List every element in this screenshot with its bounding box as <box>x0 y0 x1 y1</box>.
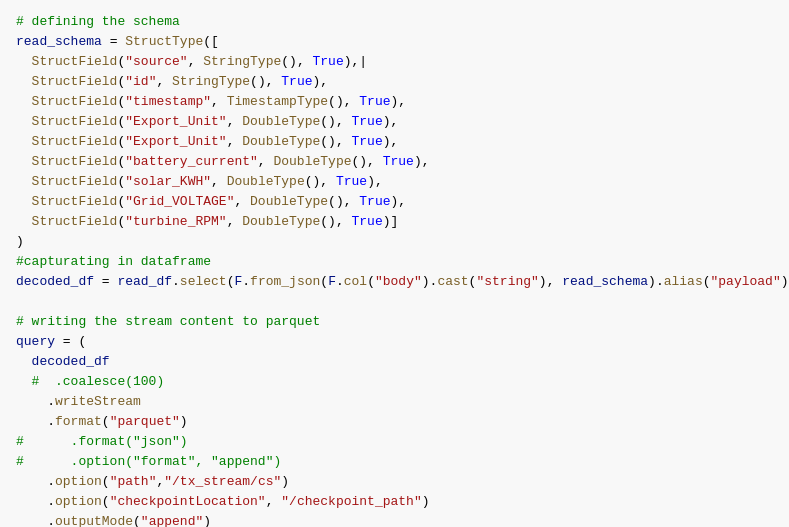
code-segment: True <box>359 92 390 112</box>
code-segment: (), <box>320 212 351 232</box>
code-segment: )] <box>383 212 399 232</box>
code-segment: , <box>227 132 243 152</box>
code-segment: outputMode <box>55 512 133 527</box>
code-segment: "turbine_RPM" <box>125 212 226 232</box>
code-line: StructField("Export_Unit", DoubleType(),… <box>16 112 773 132</box>
code-segment: , <box>156 72 172 92</box>
code-segment: ( <box>703 272 711 292</box>
code-segment: DoubleType <box>227 172 305 192</box>
code-segment: ( <box>117 192 125 212</box>
code-segment: ( <box>117 52 125 72</box>
code-content: # defining the schemaread_schema = Struc… <box>0 8 789 527</box>
code-line: decoded_df = read_df.select(F.from_json(… <box>16 272 773 292</box>
code-segment: StructType <box>125 32 203 52</box>
code-segment: "checkpointLocation" <box>110 492 266 512</box>
code-segment: , <box>258 152 274 172</box>
code-segment: ( <box>117 112 125 132</box>
code-segment: . <box>16 492 55 512</box>
code-segment: # .coalesce(100) <box>16 372 164 392</box>
code-segment: StructField <box>16 152 117 172</box>
code-segment: StructField <box>16 112 117 132</box>
code-segment: . <box>16 472 55 492</box>
code-segment: "parquet" <box>110 412 180 432</box>
code-line: StructField("Export_Unit", DoubleType(),… <box>16 132 773 152</box>
code-segment: option <box>55 472 102 492</box>
code-segment: StructField <box>16 52 117 72</box>
code-segment: ( <box>102 412 110 432</box>
code-segment: from_json <box>250 272 320 292</box>
code-segment: (), <box>328 92 359 112</box>
code-segment: ), <box>383 112 399 132</box>
code-line: StructField("solar_KWH", DoubleType(), T… <box>16 172 773 192</box>
code-segment: StructField <box>16 212 117 232</box>
code-line: .format("parquet") <box>16 412 773 432</box>
code-segment: "Export_Unit" <box>125 112 226 132</box>
code-segment: alias <box>664 272 703 292</box>
code-segment: . <box>172 272 180 292</box>
code-segment: , <box>234 192 250 212</box>
code-segment: ( <box>102 472 110 492</box>
code-segment: # defining the schema <box>16 12 180 32</box>
code-segment: True <box>352 112 383 132</box>
code-segment: "payload" <box>711 272 781 292</box>
code-segment: ). <box>422 272 438 292</box>
code-segment: True <box>383 152 414 172</box>
code-segment: ( <box>133 512 141 527</box>
code-segment: format <box>55 412 102 432</box>
code-segment: , <box>211 172 227 192</box>
code-segment: "id" <box>125 72 156 92</box>
code-line: # defining the schema <box>16 12 773 32</box>
code-segment: StringType <box>203 52 281 72</box>
code-segment: "Export_Unit" <box>125 132 226 152</box>
code-segment: "solar_KWH" <box>125 172 211 192</box>
code-line: StructField("turbine_RPM", DoubleType(),… <box>16 212 773 232</box>
code-segment: True <box>281 72 312 92</box>
code-segment: StructField <box>16 172 117 192</box>
code-segment: decoded_df <box>16 352 110 372</box>
code-segment: "Grid_VOLTAGE" <box>125 192 234 212</box>
code-editor: # defining the schemaread_schema = Struc… <box>0 0 789 527</box>
code-line: .option("path","/tx_stream/cs") <box>16 472 773 492</box>
code-segment: query <box>16 332 55 352</box>
code-segment: , <box>227 212 243 232</box>
code-segment: #capturating in dataframe <box>16 252 211 272</box>
code-line: read_schema = StructType([ <box>16 32 773 52</box>
code-segment: StructField <box>16 92 117 112</box>
code-segment: DoubleType <box>242 132 320 152</box>
code-segment: , <box>156 472 164 492</box>
code-segment: = <box>102 32 125 52</box>
code-segment: TimestampType <box>227 92 328 112</box>
code-segment: True <box>359 192 390 212</box>
code-segment: select <box>180 272 227 292</box>
code-segment: ), <box>391 92 407 112</box>
code-segment: = <box>94 272 117 292</box>
code-segment: ) <box>203 512 211 527</box>
code-segment: "body" <box>375 272 422 292</box>
code-segment: "battery_current" <box>125 152 258 172</box>
code-segment: ),| <box>344 52 367 72</box>
code-segment: "string" <box>476 272 538 292</box>
code-line: .writeStream <box>16 392 773 412</box>
code-segment: ), <box>414 152 430 172</box>
code-segment: True <box>336 172 367 192</box>
code-segment: "path" <box>110 472 157 492</box>
code-segment: read_df <box>117 272 172 292</box>
code-segment: ) <box>422 492 430 512</box>
code-segment: read_schema <box>562 272 648 292</box>
code-segment: "source" <box>125 52 187 72</box>
code-segment: F <box>234 272 242 292</box>
code-line: StructField("battery_current", DoubleTyp… <box>16 152 773 172</box>
code-segment: ( <box>117 172 125 192</box>
code-segment: StructField <box>16 72 117 92</box>
code-segment: ( <box>469 272 477 292</box>
code-segment: DoubleType <box>242 212 320 232</box>
code-segment: ) <box>281 472 289 492</box>
code-segment: )) <box>781 272 789 292</box>
code-line: StructField("Grid_VOLTAGE", DoubleType()… <box>16 192 773 212</box>
code-line: # writing the stream content to parquet <box>16 312 773 332</box>
code-segment: , <box>188 52 204 72</box>
code-segment: option <box>55 492 102 512</box>
code-segment: ( <box>117 92 125 112</box>
code-line: ) <box>16 232 773 252</box>
code-line <box>16 292 773 312</box>
